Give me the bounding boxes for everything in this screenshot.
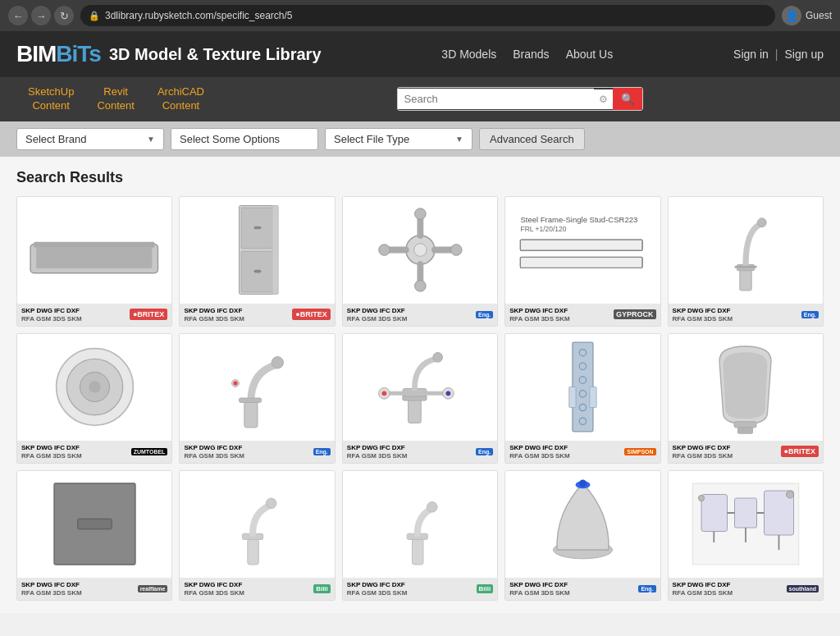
logo-bits: BiTs bbox=[56, 41, 101, 66]
logo-bim: BIM bbox=[16, 41, 56, 66]
svg-point-34 bbox=[272, 357, 283, 368]
svg-point-32 bbox=[89, 382, 100, 393]
search-box: ⚙ 🔍 bbox=[397, 87, 643, 111]
search-input[interactable] bbox=[398, 89, 594, 109]
result-card[interactable]: SKP DWG IFC DXF RFA GSM 3DS SKM southlan… bbox=[668, 470, 824, 601]
svg-point-47 bbox=[445, 391, 450, 396]
user-label: Guest bbox=[806, 10, 832, 21]
svg-point-80 bbox=[786, 491, 793, 498]
brand-badge: Eng. bbox=[638, 585, 655, 593]
card-footer: SKP DWG IFC DXF RFA GSM 3DS SKM GYPROCK bbox=[505, 304, 660, 326]
nav-about[interactable]: About Us bbox=[566, 48, 614, 61]
filetype-filter-arrow: ▼ bbox=[455, 135, 463, 144]
site-header: BIMBiTs 3D Model & Texture Library 3D Mo… bbox=[0, 31, 840, 77]
svg-rect-24 bbox=[520, 257, 641, 268]
result-card[interactable]: SKP DWG IFC DXF RFA GSM 3DS SKM SIMPSON bbox=[504, 333, 660, 464]
brand-filter[interactable]: Select Brand ▼ bbox=[16, 128, 164, 150]
brand-badge: GYPROCK bbox=[614, 309, 656, 319]
svg-point-15 bbox=[450, 245, 462, 256]
search-results-title: Search Results bbox=[16, 169, 824, 186]
brand-badge: ●BRITEX bbox=[781, 446, 819, 457]
card-footer: SKP DWG IFC DXF RFA GSM 3DS SKM ●BRITEX bbox=[180, 304, 334, 326]
brand-badge: Eng. bbox=[476, 311, 493, 318]
filetype-filter[interactable]: Select File Type ▼ bbox=[325, 128, 472, 150]
options-filter[interactable]: Select Some Options bbox=[171, 128, 318, 150]
card-footer: SKP DWG IFC DXF RFA GSM 3DS SKM ●BRITEX bbox=[17, 304, 171, 326]
card-image bbox=[669, 197, 823, 304]
card-image bbox=[180, 334, 334, 441]
main-content: Search Results SKP DWG IFC DXF RFA GSM 3… bbox=[0, 157, 840, 613]
signin-link[interactable]: Sign in bbox=[733, 48, 769, 61]
card-footer: SKP DWG IFC DXF RFA GSM 3DS SKM southlan… bbox=[669, 578, 823, 600]
card-image bbox=[343, 471, 497, 578]
nav-3d-models[interactable]: 3D Models bbox=[441, 48, 496, 61]
result-card[interactable]: SKP DWG IFC DXF RFA GSM 3DS SKM ●BRITEX bbox=[16, 196, 172, 327]
svg-point-41 bbox=[433, 353, 443, 363]
svg-rect-22 bbox=[520, 240, 641, 250]
back-button[interactable]: ← bbox=[8, 6, 28, 25]
card-footer: SKP DWG IFC DXF RFA GSM 3DS SKM realflam… bbox=[17, 578, 171, 600]
result-card[interactable]: SKP DWG IFC DXF RFA GSM 3DS SKM Billi bbox=[342, 470, 498, 601]
svg-rect-71 bbox=[701, 495, 728, 532]
card-image bbox=[17, 471, 171, 578]
card-image bbox=[343, 197, 497, 304]
signup-link[interactable]: Sign up bbox=[785, 48, 824, 61]
svg-rect-56 bbox=[590, 387, 596, 408]
browser-bar: ← → ↻ 🔒 3dlibrary.rubysketch.com/specifi… bbox=[0, 0, 840, 31]
reload-button[interactable]: ↻ bbox=[54, 6, 74, 25]
result-card[interactable]: SKP DWG IFC DXF RFA GSM 3DS SKM Eng. bbox=[342, 333, 498, 464]
url-bar[interactable]: 🔒 3dlibrary.rubysketch.com/specific_sear… bbox=[80, 5, 775, 26]
filetype-filter-label: Select File Type bbox=[334, 133, 409, 145]
subnav-revit[interactable]: RevitContent bbox=[85, 82, 146, 117]
card-footer: SKP DWG IFC DXF RFA GSM 3DS SKM ZUMTOBEL bbox=[17, 441, 171, 463]
result-card[interactable]: SKP DWG IFC DXF RFA GSM 3DS SKM ZUMTOBEL bbox=[16, 333, 172, 464]
user-avatar-icon: 👤 bbox=[782, 6, 801, 25]
search-button[interactable]: 🔍 bbox=[613, 88, 642, 110]
header-nav: 3D Models Brands About Us bbox=[441, 48, 613, 61]
auth-separator: | bbox=[775, 48, 778, 61]
card-image bbox=[180, 197, 334, 304]
svg-rect-38 bbox=[408, 399, 421, 423]
card-image bbox=[505, 471, 660, 578]
brand-filter-label: Select Brand bbox=[25, 133, 86, 145]
svg-rect-25 bbox=[740, 268, 751, 291]
sub-nav: SketchUpContent RevitContent ArchiCADCon… bbox=[0, 77, 840, 121]
url-text: 3dlibrary.rubysketch.com/specific_search… bbox=[105, 10, 767, 21]
result-card[interactable]: SKP DWG IFC DXF RFA GSM 3DS SKM ●BRITEX bbox=[179, 196, 335, 327]
card-image bbox=[505, 334, 660, 441]
card-image bbox=[343, 334, 497, 441]
filter-bar: Select Brand ▼ Select Some Options Selec… bbox=[0, 121, 840, 157]
card-footer: SKP DWG IFC DXF RFA GSM 3DS SKM Eng. bbox=[505, 578, 660, 600]
svg-point-79 bbox=[698, 496, 704, 501]
brand-badge: Eng. bbox=[313, 448, 331, 455]
card-image bbox=[669, 471, 823, 578]
brand-badge: ZUMTOBEL bbox=[131, 448, 168, 455]
forward-button[interactable]: → bbox=[31, 6, 51, 25]
svg-point-63 bbox=[266, 498, 276, 509]
card-footer: SKP DWG IFC DXF RFA GSM 3DS SKM Billi bbox=[180, 578, 334, 600]
result-card[interactable]: SKP DWG IFC DXF RFA GSM 3DS SKM Eng. bbox=[504, 470, 660, 601]
svg-point-16 bbox=[414, 208, 426, 220]
search-area: ⚙ 🔍 bbox=[216, 87, 824, 111]
result-card[interactable]: SKP DWG IFC DXF RFA GSM 3DS SKM ●BRITEX bbox=[668, 333, 824, 464]
advanced-search-button[interactable]: Advanced Search bbox=[479, 128, 585, 150]
result-card[interactable]: Steel Frame-Single Stud-CSR223 FRL +1/20… bbox=[504, 196, 660, 327]
result-card[interactable]: SKP DWG IFC DXF RFA GSM 3DS SKM Eng. bbox=[342, 196, 498, 327]
result-card[interactable]: SKP DWG IFC DXF RFA GSM 3DS SKM Eng. bbox=[668, 196, 824, 327]
svg-rect-33 bbox=[244, 402, 257, 428]
subnav-sketchup[interactable]: SketchUpContent bbox=[16, 82, 85, 117]
options-filter-label: Select Some Options bbox=[180, 133, 280, 145]
brand-badge: Eng. bbox=[801, 311, 819, 318]
svg-rect-35 bbox=[239, 398, 261, 402]
logo[interactable]: BIMBiTs bbox=[16, 41, 101, 67]
result-card[interactable]: SKP DWG IFC DXF RFA GSM 3DS SKM Eng. bbox=[179, 333, 335, 464]
header-auth: Sign in | Sign up bbox=[733, 48, 824, 61]
result-card[interactable]: SKP DWG IFC DXF RFA GSM 3DS SKM Billi bbox=[179, 470, 335, 601]
card-footer: SKP DWG IFC DXF RFA GSM 3DS SKM Eng. bbox=[343, 304, 497, 326]
nav-brands[interactable]: Brands bbox=[513, 48, 549, 61]
result-card[interactable]: SKP DWG IFC DXF RFA GSM 3DS SKM realflam… bbox=[16, 470, 172, 601]
card-image bbox=[180, 471, 334, 578]
card-image: Steel Frame-Single Stud-CSR223 FRL +1/20… bbox=[505, 197, 660, 304]
brand-badge: Billi bbox=[313, 584, 331, 593]
subnav-archicad[interactable]: ArchiCADContent bbox=[146, 82, 216, 117]
